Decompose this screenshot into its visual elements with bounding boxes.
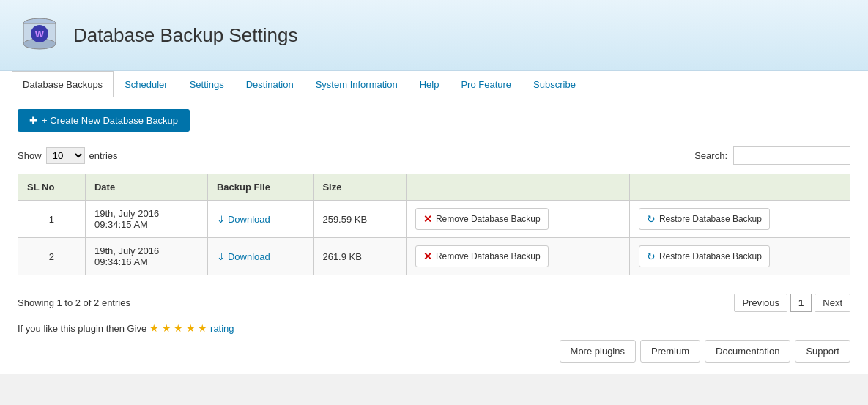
table-footer: Showing 1 to 2 of 2 entries Previous 1 N… (18, 294, 850, 312)
previous-button[interactable]: Previous (734, 294, 787, 312)
download-link-2[interactable]: ⇓ Download (217, 251, 270, 262)
search-input[interactable] (733, 146, 850, 165)
cell-restore-2: ↻ Restore Database Backup (629, 238, 850, 275)
plugin-icon: W (18, 13, 62, 57)
cell-date: 19th, July 201609:34:15 AM (85, 201, 207, 238)
col-size: Size (314, 174, 406, 201)
col-action-restore (629, 174, 850, 201)
star-1: ★ (149, 322, 159, 334)
pagination: Previous 1 Next (734, 294, 850, 312)
tab-database-backups[interactable]: Database Backups (12, 71, 114, 97)
current-page: 1 (790, 294, 812, 312)
create-backup-button[interactable]: ✚ + Create New Database Backup (18, 109, 190, 132)
x-icon-1: ✕ (423, 213, 432, 225)
cell-backup-file: ⇓ Download (207, 201, 314, 238)
tab-system-information[interactable]: System Information (305, 71, 409, 97)
cell-size: 261.9 KB (314, 238, 406, 275)
stars: ★ ★ ★ ★ ★ (149, 323, 210, 334)
tab-destination[interactable]: Destination (235, 71, 305, 97)
showing-text: Showing 1 to 2 of 2 entries (18, 297, 130, 308)
restore-backup-button-2[interactable]: ↻ Restore Database Backup (639, 245, 770, 267)
x-icon-2: ✕ (423, 250, 432, 262)
cell-date: 19th, July 201609:34:16 AM (85, 238, 207, 275)
col-backup-file: Backup File (207, 174, 314, 201)
remove-backup-button-1[interactable]: ✕ Remove Database Backup (415, 208, 549, 230)
restore-backup-button-1[interactable]: ↻ Restore Database Backup (639, 208, 770, 230)
tab-scheduler[interactable]: Scheduler (114, 71, 179, 97)
download-link-1[interactable]: ⇓ Download (217, 214, 270, 225)
search-label: Search: (694, 150, 727, 161)
search-control: Search: (694, 146, 850, 165)
download-icon-1: ⇓ (217, 214, 225, 225)
star-5: ★ (198, 322, 207, 334)
remove-backup-button-2[interactable]: ✕ Remove Database Backup (415, 245, 549, 267)
table-row: 1 19th, July 201609:34:15 AM ⇓ Download … (18, 201, 850, 238)
table-controls: Show 10 25 50 100 entries Search: (18, 146, 850, 165)
rating-row: If you like this plugin then Give ★ ★ ★ … (18, 322, 850, 334)
cell-restore-1: ↻ Restore Database Backup (629, 201, 850, 238)
star-4: ★ (186, 322, 196, 334)
premium-button[interactable]: Premium (640, 340, 700, 363)
col-action-remove (406, 174, 629, 201)
refresh-icon-1: ↻ (647, 213, 656, 225)
cell-size: 259.59 KB (314, 201, 406, 238)
tab-subscribe[interactable]: Subscribe (522, 71, 587, 97)
tab-settings[interactable]: Settings (179, 71, 235, 97)
show-entries-control: Show 10 25 50 100 entries (18, 147, 118, 164)
tab-pro-feature[interactable]: Pro Feature (450, 71, 522, 97)
star-2: ★ (162, 322, 171, 334)
col-date: Date (85, 174, 207, 201)
entries-label: entries (89, 150, 118, 161)
documentation-button[interactable]: Documentation (705, 340, 790, 363)
table-header-row: SL No Date Backup File Size (18, 174, 850, 201)
svg-text:W: W (35, 29, 45, 40)
rating-text-before: If you like this plugin then Give (18, 323, 149, 334)
star-3: ★ (174, 322, 183, 334)
divider (18, 283, 850, 283)
plus-icon: ✚ (29, 115, 37, 126)
rating-link[interactable]: rating (210, 323, 234, 334)
cell-remove-1: ✕ Remove Database Backup (406, 201, 629, 238)
cell-backup-file: ⇓ Download (207, 238, 314, 275)
page-title: Database Backup Settings (73, 24, 297, 47)
page-header: W Database Backup Settings (0, 0, 868, 71)
show-label: Show (18, 150, 42, 161)
download-icon-2: ⇓ (217, 251, 225, 262)
support-button[interactable]: Support (795, 340, 850, 363)
table-row: 2 19th, July 201609:34:16 AM ⇓ Download … (18, 238, 850, 275)
refresh-icon-2: ↻ (647, 250, 656, 262)
more-plugins-button[interactable]: More plugins (560, 340, 636, 363)
next-button[interactable]: Next (815, 294, 850, 312)
col-sl-no: SL No (18, 174, 86, 201)
backups-table: SL No Date Backup File Size 1 19th, July… (18, 174, 850, 275)
entries-select[interactable]: 10 25 50 100 (46, 147, 85, 164)
bottom-buttons: More plugins Premium Documentation Suppo… (18, 340, 850, 363)
tab-help[interactable]: Help (409, 71, 450, 97)
cell-remove-2: ✕ Remove Database Backup (406, 238, 629, 275)
nav-tabs: Database Backups Scheduler Settings Dest… (0, 71, 868, 97)
cell-sl-no: 1 (18, 201, 86, 238)
cell-sl-no: 2 (18, 238, 86, 275)
main-content: ✚ + Create New Database Backup Show 10 2… (0, 97, 868, 374)
